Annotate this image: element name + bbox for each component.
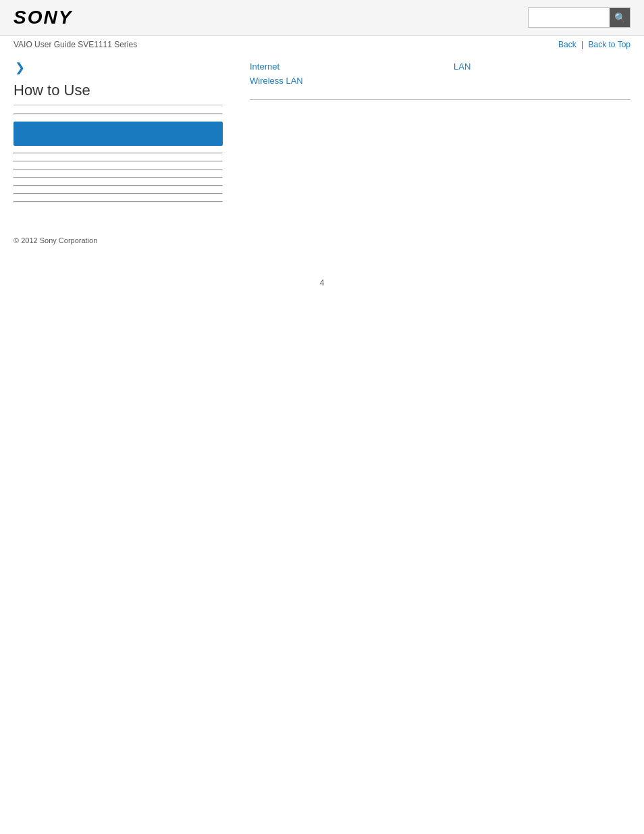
internet-link[interactable]: Internet <box>250 61 279 72</box>
content-grid: Internet Wireless LAN LAN <box>250 60 630 100</box>
content-area: Internet Wireless LAN LAN <box>236 60 630 209</box>
copyright: © 2012 Sony Corporation <box>14 236 97 244</box>
breadcrumb-links: Back | Back to Top <box>558 40 630 49</box>
list-item: LAN <box>454 60 630 74</box>
sidebar-divider-4 <box>14 169 223 170</box>
lan-link[interactable]: LAN <box>454 61 471 72</box>
sidebar-divider-8 <box>14 201 223 203</box>
breadcrumb-separator: | <box>581 40 585 49</box>
footer: © 2012 Sony Corporation <box>0 223 644 251</box>
sidebar-divider-1 <box>14 113 223 115</box>
search-button[interactable]: 🔍 <box>610 8 630 27</box>
guide-title: VAIO User Guide SVE1111 Series <box>14 40 137 49</box>
search-input[interactable] <box>529 8 610 27</box>
breadcrumb-bar: VAIO User Guide SVE1111 Series Back | Ba… <box>0 36 644 53</box>
sidebar-heading: How to Use <box>14 82 223 105</box>
back-link[interactable]: Back <box>558 40 576 49</box>
sidebar-divider-7 <box>14 193 223 194</box>
sidebar-divider-5 <box>14 177 223 178</box>
sidebar-highlight-block <box>14 122 223 146</box>
sidebar-chevron-icon: ❯ <box>15 60 223 75</box>
sidebar-divider-3 <box>14 161 223 162</box>
search-box: 🔍 <box>528 7 630 28</box>
list-item: Wireless LAN <box>250 74 427 88</box>
search-icon: 🔍 <box>614 12 626 23</box>
sidebar-divider-2 <box>14 153 223 154</box>
page-number: 4 <box>0 278 644 288</box>
sidebar-divider-6 <box>14 185 223 186</box>
sony-logo: SONY <box>14 7 72 28</box>
back-to-top-link[interactable]: Back to Top <box>589 40 630 49</box>
content-col-1: Internet Wireless LAN <box>250 60 427 88</box>
wireless-lan-link[interactable]: Wireless LAN <box>250 76 303 86</box>
sidebar: ❯ How to Use <box>14 60 223 209</box>
main-content: ❯ How to Use Internet Wireless LAN LA <box>0 53 644 223</box>
list-item: Internet <box>250 60 427 74</box>
content-col-2: LAN <box>454 60 630 88</box>
page-header: SONY 🔍 <box>0 0 644 36</box>
back-to-top-label: Back to Top <box>589 40 630 49</box>
